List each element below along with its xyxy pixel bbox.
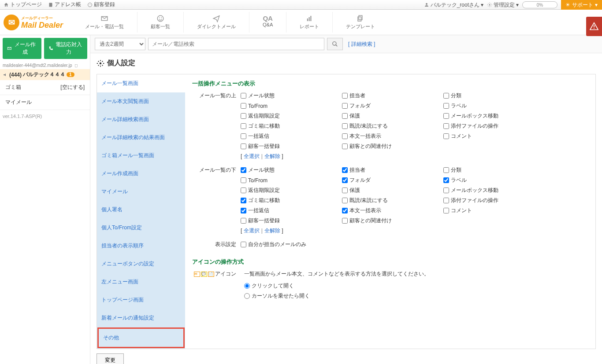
cb-コメント[interactable] xyxy=(443,133,449,139)
sidebar-mymail[interactable]: マイメール xyxy=(0,95,90,110)
user-menu[interactable]: バルテック_rootさん ▾ xyxy=(424,1,483,9)
cb-一括返信[interactable] xyxy=(241,133,246,139)
period-select[interactable]: 過去2週間 xyxy=(95,38,145,50)
tab-qa[interactable]: QAQ&A xyxy=(249,12,286,33)
cb-本文一括表示[interactable] xyxy=(342,133,348,139)
radio-click-open[interactable] xyxy=(244,283,250,289)
settings-menu-item[interactable]: 新着メールの通知設定 xyxy=(97,309,185,327)
nav-top-page[interactable]: トップページ xyxy=(4,1,42,8)
cb-添付ファイルの操作[interactable] xyxy=(443,198,449,203)
sidebar-trash[interactable]: ゴミ箱 xyxy=(0,80,39,95)
cb-label: メールボックス移動 xyxy=(451,112,498,120)
phone-icon xyxy=(48,46,53,51)
radio-hover-open[interactable] xyxy=(244,293,250,299)
cb-label: 添付ファイルの操作 xyxy=(451,197,498,204)
support-button[interactable]: ☀ サポート ▾ xyxy=(561,0,602,10)
settings-menu-item[interactable]: マイメール xyxy=(97,183,185,201)
admin-menu[interactable]: 管理設定 ▾ xyxy=(487,1,519,9)
search-button[interactable] xyxy=(327,38,343,50)
settings-menu-item[interactable]: メール作成画面 xyxy=(97,165,185,183)
settings-menu-item[interactable]: 個人署名 xyxy=(97,201,185,219)
settings-menu-item[interactable]: メニューボタンの設定 xyxy=(97,255,185,273)
cb-メールボックス移動[interactable] xyxy=(443,113,449,119)
tab-customers[interactable]: 顧客一覧 xyxy=(137,12,183,33)
cb-返信期限設定[interactable] xyxy=(241,113,246,119)
cb-分類[interactable] xyxy=(443,167,449,173)
cb-ラベル[interactable] xyxy=(443,103,449,109)
cb-分類[interactable] xyxy=(443,93,449,99)
caret-down-icon: ▾ xyxy=(595,2,598,8)
caret-down-icon: ▾ xyxy=(516,2,519,8)
settings-menu-item[interactable]: メール詳細検索画面 xyxy=(97,110,185,129)
file-small-icon: 📄 xyxy=(208,272,214,277)
cb-メール状態[interactable] xyxy=(241,167,246,173)
unread-badge: 1 xyxy=(67,72,74,77)
cb-メールボックス移動[interactable] xyxy=(443,188,449,193)
compose-button[interactable]: メール作成 xyxy=(3,38,41,59)
cb-ゴミ箱に移動[interactable] xyxy=(241,123,246,129)
tab-mail-list[interactable]: メール・電話一覧 xyxy=(72,12,137,33)
settings-menu-item[interactable]: メール詳細検索の結果画面 xyxy=(97,129,185,147)
cb-label: 返信期限設定 xyxy=(248,187,280,194)
clear-all-link[interactable]: 全解除 xyxy=(264,153,280,159)
svg-point-7 xyxy=(159,18,160,18)
settings-menu-item[interactable]: 個人To/From設定 xyxy=(97,219,185,237)
cb-label: To/From xyxy=(248,103,268,109)
cb-label: コメント xyxy=(451,132,472,140)
search-input[interactable] xyxy=(148,38,324,50)
cb-コメント[interactable] xyxy=(443,208,449,213)
settings-menu-item[interactable]: メール本文閲覧画面 xyxy=(97,92,185,110)
settings-menu-item[interactable]: ゴミ箱メール一覧画面 xyxy=(97,147,185,165)
settings-menu-item[interactable]: その他 xyxy=(97,327,185,348)
cb-返信期限設定[interactable] xyxy=(241,188,246,193)
tab-report[interactable]: レポート xyxy=(286,12,332,33)
cb-顧客との関連付け[interactable] xyxy=(342,143,348,149)
settings-menu-item[interactable]: メール一覧画面 xyxy=(97,74,185,92)
svg-point-16 xyxy=(333,42,336,45)
settings-menu-item[interactable]: トップページ画面 xyxy=(97,291,185,309)
cb-保護[interactable] xyxy=(342,188,348,193)
submit-change-button[interactable]: 変更 xyxy=(97,353,124,364)
alert-badge[interactable] xyxy=(586,17,602,36)
select-all-link[interactable]: 全選択 xyxy=(244,228,260,234)
cb-添付ファイルの操作[interactable] xyxy=(443,123,449,129)
row-label: メール一覧の下 xyxy=(192,166,241,174)
cb-既読/未読にする[interactable] xyxy=(342,198,348,203)
cb-担当者[interactable] xyxy=(342,167,348,173)
cb-フォルダ[interactable] xyxy=(342,177,348,183)
mailbox-account[interactable]: (444) バルテック４４４ 1 xyxy=(0,69,90,80)
nav-address-book[interactable]: アドレス帳 xyxy=(48,1,81,8)
tab-direct-mail[interactable]: ダイレクトメール xyxy=(183,12,249,33)
cb-label: 保護 xyxy=(349,112,360,120)
cb-label: 一括返信 xyxy=(248,132,269,140)
clear-all-link[interactable]: 全解除 xyxy=(264,228,280,234)
cb-担当者[interactable] xyxy=(342,93,348,99)
cb-既読/未読にする[interactable] xyxy=(342,123,348,129)
cb-一括返信[interactable] xyxy=(241,208,246,213)
cb-label: ゴミ箱に移動 xyxy=(248,122,280,130)
nav-customer-reg[interactable]: 顧客登録 xyxy=(87,1,115,8)
cb-顧客一括登録[interactable] xyxy=(241,218,246,224)
cb-ゴミ箱に移動[interactable] xyxy=(241,198,246,203)
cb-本文一括表示[interactable] xyxy=(342,208,348,213)
cb-顧客との関連付け[interactable] xyxy=(342,218,348,224)
svg-point-1 xyxy=(89,4,89,4)
advanced-search-link[interactable]: [ 詳細検索 ] xyxy=(348,40,375,48)
settings-menu-item[interactable]: 左メニュー画面 xyxy=(97,273,185,291)
settings-menu-item[interactable]: 担当者の表示順序 xyxy=(97,237,185,255)
cb-To/From[interactable] xyxy=(241,103,246,109)
cb-only-mine[interactable] xyxy=(241,242,246,247)
logo[interactable]: ✉ メールディーラー Mail Dealer xyxy=(4,15,63,30)
cb-ラベル[interactable] xyxy=(443,177,449,183)
cb-label: コメント xyxy=(451,207,472,214)
cb-顧客一括登録[interactable] xyxy=(241,143,246,149)
sidebar-trash-empty[interactable]: [空にする] xyxy=(39,80,90,95)
cb-To/From[interactable] xyxy=(241,177,246,183)
cb-フォルダ[interactable] xyxy=(342,103,348,109)
cb-メール状態[interactable] xyxy=(241,93,246,99)
select-all-link[interactable]: 全選択 xyxy=(244,153,260,159)
cb-label: 分類 xyxy=(451,92,461,99)
cb-保護[interactable] xyxy=(342,113,348,119)
tab-template[interactable]: テンプレート xyxy=(332,12,388,33)
phone-entry-button[interactable]: 電話応対入力 xyxy=(44,38,87,59)
